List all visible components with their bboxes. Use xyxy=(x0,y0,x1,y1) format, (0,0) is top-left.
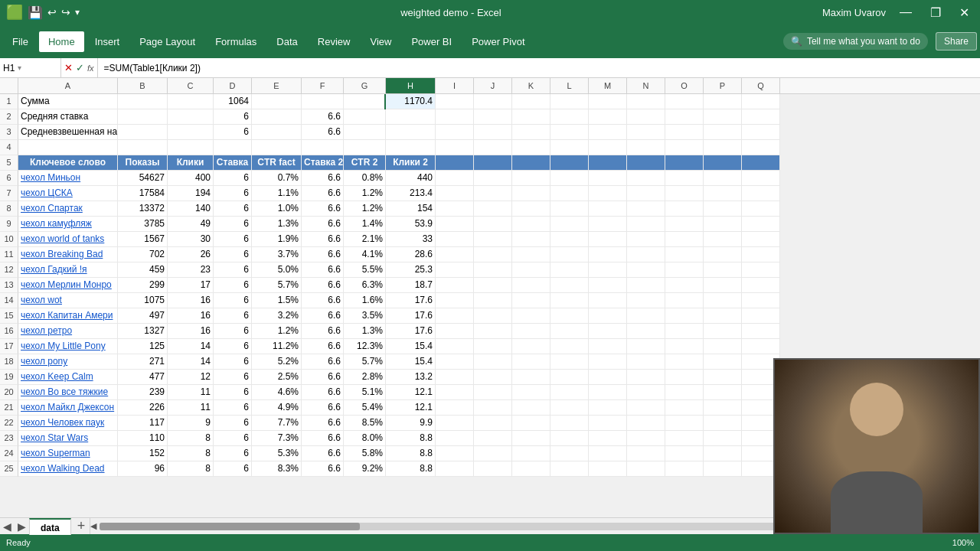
cell-H23[interactable]: 8.8 xyxy=(386,431,436,446)
cell-C22[interactable]: 9 xyxy=(168,416,214,431)
cell-N23[interactable] xyxy=(627,431,665,446)
cell-H18[interactable]: 15.4 xyxy=(386,354,436,370)
cell-M17[interactable] xyxy=(589,339,627,354)
cell-I21[interactable] xyxy=(436,400,474,416)
cell-B5[interactable]: Показы xyxy=(118,155,168,171)
col-header-b[interactable]: B xyxy=(118,78,168,93)
cell-M3[interactable] xyxy=(589,125,627,140)
cell-L5[interactable] xyxy=(550,155,589,171)
cell-F25[interactable]: 6.6 xyxy=(302,461,344,477)
cell-M16[interactable] xyxy=(589,324,627,339)
cell-H7[interactable]: 213.4 xyxy=(386,186,436,201)
cell-C1[interactable] xyxy=(168,94,214,109)
cell-N5[interactable] xyxy=(627,155,665,171)
row-header[interactable]: 7 xyxy=(0,186,18,201)
cell-D2[interactable]: 6 xyxy=(214,109,252,125)
cell-H19[interactable]: 13.2 xyxy=(386,370,436,385)
cell-G18[interactable]: 5.7% xyxy=(344,354,386,370)
row-header[interactable]: 24 xyxy=(0,446,18,461)
cell-G17[interactable]: 12.3% xyxy=(344,339,386,354)
cell-K23[interactable] xyxy=(512,431,550,446)
share-button[interactable]: Share xyxy=(936,32,977,51)
cell-I7[interactable] xyxy=(436,186,474,201)
cell-L2[interactable] xyxy=(550,109,589,125)
row-header[interactable]: 15 xyxy=(0,308,18,324)
cell-J3[interactable] xyxy=(474,125,512,140)
row-header[interactable]: 2 xyxy=(0,109,18,125)
cell-I14[interactable] xyxy=(436,293,474,308)
col-header-c[interactable]: C xyxy=(168,78,214,93)
cell-N24[interactable] xyxy=(627,446,665,461)
cell-P13[interactable] xyxy=(704,278,742,293)
cell-K4[interactable] xyxy=(512,140,550,155)
cell-M5[interactable] xyxy=(589,155,627,171)
cell-Q17[interactable] xyxy=(742,339,780,354)
cell-E1[interactable] xyxy=(252,94,302,109)
cell-K15[interactable] xyxy=(512,308,550,324)
col-header-k[interactable]: K xyxy=(512,78,550,93)
cell-L10[interactable] xyxy=(550,232,589,247)
cell-E13[interactable]: 5.7% xyxy=(252,278,302,293)
cell-O22[interactable] xyxy=(665,416,704,431)
cell-J9[interactable] xyxy=(474,217,512,232)
row-header[interactable]: 20 xyxy=(0,385,18,400)
cell-N2[interactable] xyxy=(627,109,665,125)
cell-K18[interactable] xyxy=(512,354,550,370)
cell-M9[interactable] xyxy=(589,217,627,232)
cell-J14[interactable] xyxy=(474,293,512,308)
cell-C11[interactable]: 26 xyxy=(168,247,214,262)
cell-F6[interactable]: 6.6 xyxy=(302,171,344,186)
col-header-m[interactable]: M xyxy=(589,78,627,93)
cell-G3[interactable] xyxy=(344,125,386,140)
cell-C13[interactable]: 17 xyxy=(168,278,214,293)
cell-C7[interactable]: 194 xyxy=(168,186,214,201)
cell-P7[interactable] xyxy=(704,186,742,201)
row-header[interactable]: 13 xyxy=(0,278,18,293)
cell-K3[interactable] xyxy=(512,125,550,140)
cell-H13[interactable]: 18.7 xyxy=(386,278,436,293)
cell-Q11[interactable] xyxy=(742,247,780,262)
cell-C3[interactable] xyxy=(168,125,214,140)
cell-K24[interactable] xyxy=(512,446,550,461)
cell-J6[interactable] xyxy=(474,171,512,186)
cell-G13[interactable]: 6.3% xyxy=(344,278,386,293)
cell-M2[interactable] xyxy=(589,109,627,125)
insert-function-icon[interactable]: fx xyxy=(87,64,94,73)
cell-M7[interactable] xyxy=(589,186,627,201)
cell-A21[interactable]: чехол Майкл Джексон xyxy=(18,400,118,416)
cell-F17[interactable]: 6.6 xyxy=(302,339,344,354)
cell-L4[interactable] xyxy=(550,140,589,155)
cell-F16[interactable]: 6.6 xyxy=(302,324,344,339)
cell-J24[interactable] xyxy=(474,446,512,461)
cell-C24[interactable]: 8 xyxy=(168,446,214,461)
cell-P18[interactable] xyxy=(704,354,742,370)
cell-A20[interactable]: чехол Во все тяжкие xyxy=(18,385,118,400)
cell-M8[interactable] xyxy=(589,201,627,217)
cell-D11[interactable]: 6 xyxy=(214,247,252,262)
sheet-tab-data[interactable]: data xyxy=(29,518,71,535)
cell-K6[interactable] xyxy=(512,171,550,186)
cell-B24[interactable]: 152 xyxy=(118,446,168,461)
cell-J21[interactable] xyxy=(474,400,512,416)
cell-K11[interactable] xyxy=(512,247,550,262)
cell-O17[interactable] xyxy=(665,339,704,354)
cell-M13[interactable] xyxy=(589,278,627,293)
cell-H10[interactable]: 33 xyxy=(386,232,436,247)
row-header[interactable]: 8 xyxy=(0,201,18,217)
cell-B2[interactable] xyxy=(118,109,168,125)
cell-N17[interactable] xyxy=(627,339,665,354)
cell-H17[interactable]: 15.4 xyxy=(386,339,436,354)
tab-formulas[interactable]: Formulas xyxy=(206,31,266,52)
cell-P5[interactable] xyxy=(704,155,742,171)
cell-M12[interactable] xyxy=(589,262,627,278)
cell-G7[interactable]: 1.2% xyxy=(344,186,386,201)
cell-E3[interactable] xyxy=(252,125,302,140)
cell-P1[interactable] xyxy=(704,94,742,109)
cell-F21[interactable]: 6.6 xyxy=(302,400,344,416)
sheet-nav-next[interactable]: ▶ xyxy=(15,520,29,533)
cell-E25[interactable]: 8.3% xyxy=(252,461,302,477)
cell-N12[interactable] xyxy=(627,262,665,278)
cell-D10[interactable]: 6 xyxy=(214,232,252,247)
cell-H11[interactable]: 28.6 xyxy=(386,247,436,262)
cell-Q5[interactable] xyxy=(742,155,780,171)
